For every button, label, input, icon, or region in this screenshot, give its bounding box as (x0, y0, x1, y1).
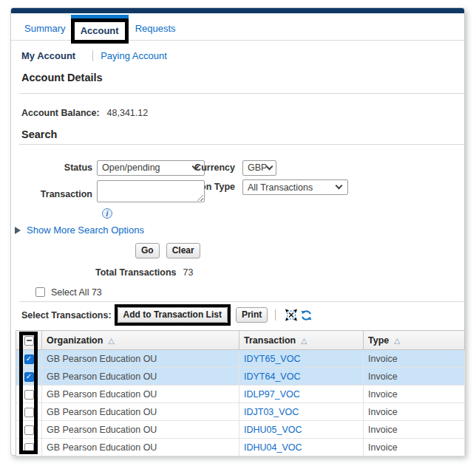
annotation-box-account-tab: Account (71, 18, 129, 44)
type-value: Invoice (368, 442, 398, 453)
row-type-cell: Invoice (364, 421, 465, 439)
transaction-input[interactable] (97, 180, 205, 202)
row-select-cell (16, 421, 42, 439)
sort-ascending-icon[interactable]: △ (394, 336, 400, 345)
currency-select[interactable]: GBP (242, 160, 276, 176)
transaction-link[interactable]: IDLP97_VOC (244, 389, 300, 400)
search-buttons-row: Go Clear (135, 243, 464, 258)
tab-summary[interactable]: Summary (24, 23, 66, 34)
row-checkbox[interactable] (24, 425, 34, 435)
account-balance-value: 48,341.12 (107, 108, 149, 118)
row-select-cell (16, 403, 42, 421)
sort-ascending-icon[interactable]: △ (301, 336, 307, 345)
expand-triangle-icon[interactable] (15, 227, 21, 234)
transaction-link[interactable]: IDHU05_VOC (244, 425, 302, 435)
row-checkbox[interactable]: ✓ (24, 372, 34, 382)
table-row: GB Pearson Education OU IDHU04_VOC Invoi… (16, 439, 465, 456)
table-row: GB Pearson Education OU IDHU05_VOC Invoi… (16, 421, 465, 439)
add-to-transaction-list-button[interactable]: Add to Transaction List (118, 307, 228, 323)
account-balance-label: Account Balance: (21, 108, 100, 118)
organization-value: GB Pearson Education OU (47, 354, 157, 364)
column-label: Type (368, 335, 389, 346)
column-header-type[interactable]: Type△ (364, 331, 465, 350)
type-value: Invoice (368, 389, 398, 400)
transactions-tbody: ✓ GB Pearson Education OU IDYT65_VOC Inv… (16, 350, 465, 456)
tab-requests[interactable]: Requests (135, 23, 176, 34)
transaction-link[interactable]: IDYT64_VOC (244, 371, 300, 382)
transaction-input-wrap (97, 180, 205, 202)
divider (19, 144, 464, 145)
organization-value: GB Pearson Education OU (47, 371, 157, 382)
transaction-type-value: All Transactions (248, 182, 313, 193)
column-header-transaction[interactable]: Transaction△ (239, 331, 364, 350)
organization-value: GB Pearson Education OU (47, 407, 157, 417)
row-select-cell (16, 439, 42, 456)
row-transaction-cell: IDJT03_VOC (239, 403, 364, 421)
row-organization-cell: GB Pearson Education OU (42, 403, 239, 421)
row-type-cell: Invoice (364, 403, 465, 421)
row-transaction-cell: IDYT64_VOC (239, 368, 364, 386)
row-type-cell: Invoice (364, 368, 465, 386)
transaction-link[interactable]: IDJT03_VOC (244, 407, 299, 417)
row-select-cell (16, 386, 42, 403)
show-more-search-options[interactable]: Show More Search Options (15, 225, 464, 236)
header-select-checkbox[interactable] (24, 336, 34, 346)
select-all-checkbox[interactable] (35, 287, 45, 297)
clear-button[interactable]: Clear (166, 243, 200, 258)
row-transaction-cell: IDHU05_VOC (239, 421, 364, 439)
type-value: Invoice (368, 425, 398, 435)
search-form: Status Open/pending Currency GBP Transac… (21, 160, 464, 220)
organization-value: GB Pearson Education OU (47, 389, 157, 400)
divider (19, 93, 464, 94)
tab-account[interactable]: Account (81, 25, 119, 36)
transactions-table: Organization△ Transaction△ Type△ ✓ GB Pe… (16, 330, 465, 456)
annotation-box-add-button: Add to Transaction List (115, 304, 231, 326)
table-row: GB Pearson Education OU IDLP97_VOC Invoi… (16, 386, 465, 403)
show-more-label[interactable]: Show More Search Options (27, 225, 144, 236)
table-row: ✓ GB Pearson Education OU IDYT64_VOC Inv… (16, 368, 465, 386)
select-transactions-label: Select Transactions: (21, 310, 112, 321)
row-transaction-cell: IDHU04_VOC (239, 439, 364, 456)
sort-ascending-icon[interactable]: △ (108, 336, 114, 345)
total-transactions-row: Total Transactions 73 (95, 267, 464, 278)
status-select[interactable]: Open/pending (97, 160, 205, 176)
total-transactions-label: Total Transactions (95, 267, 177, 278)
header-select-cell (16, 331, 42, 350)
tab-bar: Summary Account Requests (11, 13, 464, 41)
row-select-cell: ✓ (16, 350, 42, 368)
type-value: Invoice (368, 371, 398, 382)
refresh-icon[interactable] (300, 309, 313, 321)
page-title: Account Details (21, 72, 464, 83)
account-page-card: Summary Account Requests My Account Payi… (10, 7, 465, 456)
row-type-cell: Invoice (364, 386, 465, 403)
transactions-table-wrap: Organization△ Transaction△ Type△ ✓ GB Pe… (16, 330, 463, 456)
go-button[interactable]: Go (135, 243, 160, 258)
table-actions-row: Select Transactions: Add to Transaction … (19, 301, 464, 327)
detach-icon[interactable] (285, 309, 298, 321)
table-row: ✓ GB Pearson Education OU IDYT65_VOC Inv… (16, 350, 465, 368)
row-checkbox[interactable] (24, 390, 34, 400)
row-type-cell: Invoice (364, 350, 465, 368)
column-header-organization[interactable]: Organization△ (42, 331, 239, 350)
transaction-link[interactable]: IDYT65_VOC (244, 354, 300, 364)
subnav-paying-account[interactable]: Paying Account (101, 50, 167, 61)
row-checkbox[interactable]: ✓ (24, 354, 34, 364)
column-label: Organization (47, 335, 103, 346)
transaction-type-select[interactable]: All Transactions (242, 179, 348, 195)
row-type-cell: Invoice (364, 439, 465, 456)
column-label: Transaction (244, 335, 296, 346)
type-value: Invoice (368, 407, 398, 417)
subnav-my-account[interactable]: My Account (21, 50, 75, 61)
top-navy-bar (11, 8, 464, 13)
row-organization-cell: GB Pearson Education OU (42, 368, 239, 386)
currency-value: GBP (248, 162, 267, 173)
row-transaction-cell: IDLP97_VOC (239, 386, 364, 403)
info-icon[interactable]: i (102, 208, 112, 219)
toolbar-divider (275, 309, 276, 321)
transaction-link[interactable]: IDHU04_VOC (244, 442, 302, 453)
row-checkbox[interactable] (24, 408, 34, 417)
table-row: GB Pearson Education OU IDJT03_VOC Invoi… (16, 403, 465, 421)
print-button[interactable]: Print (236, 307, 268, 323)
row-checkbox[interactable] (24, 443, 34, 453)
chevron-down-icon (336, 182, 343, 190)
